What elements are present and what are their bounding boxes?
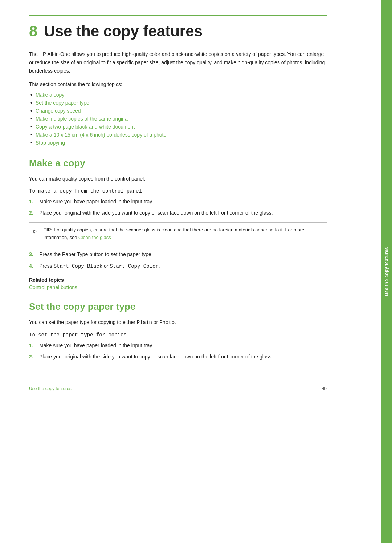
topics-list: Make a copy Set the copy paper type Chan… (29, 91, 327, 147)
section1-intro: You can make quality copies from the con… (29, 175, 327, 183)
list-item: Change copy speed (29, 107, 327, 115)
section-make-a-copy: Make a copy You can make quality copies … (29, 158, 327, 290)
section1-procedure-heading: To make a copy from the control panel (29, 188, 327, 194)
step-item: 1. Make sure you have paper loaded in th… (29, 341, 327, 350)
tip-icon: ☼ (32, 226, 37, 236)
section-set-copy-paper-type: Set the copy paper type You can set the … (29, 301, 327, 361)
related-topics-heading: Related topics (29, 277, 327, 283)
step4-text: Press Start Copy Black or Start Copy Col… (39, 262, 160, 271)
section2-intro: You can set the paper type for copying t… (29, 318, 327, 327)
list-item: Copy a two-page black-and-white document (29, 123, 327, 131)
list-item: Make multiple copies of the same origina… (29, 115, 327, 123)
section2-steps-list: 1. Make sure you have paper loaded in th… (29, 341, 327, 361)
make-multiple-copies-link[interactable]: Make multiple copies of the same origina… (36, 116, 129, 122)
page-container: 8Use the copy features The HP All-in-One… (0, 0, 392, 543)
list-item: Stop copying (29, 139, 327, 147)
page-footer: Use the copy features 49 (29, 383, 327, 391)
footer-page-number: 49 (322, 386, 327, 391)
make-a-copy-link[interactable]: Make a copy (36, 92, 64, 98)
list-item: Make a 10 x 15 cm (4 x 6 inch) borderles… (29, 131, 327, 139)
copy-two-page-link[interactable]: Copy a two-page black-and-white document (36, 124, 135, 130)
step3-text: Press the Paper Type button to set the p… (39, 250, 153, 259)
main-content: 8Use the copy features The HP All-in-One… (0, 0, 356, 543)
section1-steps-list: 1. Make sure you have paper loaded in th… (29, 198, 327, 217)
chapter-title: 8Use the copy features (29, 15, 327, 40)
intro-paragraph: The HP All-in-One allows you to produce … (29, 50, 327, 75)
right-tab-label: Use the copy features (384, 247, 389, 296)
step-item: 4. Press Start Copy Black or Start Copy … (29, 262, 327, 271)
section1-title: Make a copy (29, 158, 327, 169)
tip-box: ☼ TIP: For quality copies, ensure that t… (29, 222, 327, 246)
section1-steps-continued: 3. Press the Paper Type button to set th… (29, 250, 327, 270)
borderless-copy-link[interactable]: Make a 10 x 15 cm (4 x 6 inch) borderles… (36, 132, 166, 138)
stop-copying-link[interactable]: Stop copying (36, 140, 65, 146)
tip-text-after: . (112, 235, 114, 240)
list-item: Make a copy (29, 91, 327, 99)
clean-glass-link[interactable]: Clean the glass (78, 235, 111, 240)
step-item: 3. Press the Paper Type button to set th… (29, 250, 327, 259)
change-copy-speed-link[interactable]: Change copy speed (36, 108, 81, 114)
tip-label: TIP: (44, 227, 53, 232)
right-tab: Use the copy features (381, 0, 392, 543)
topics-intro: This section contains the following topi… (29, 81, 327, 87)
section2-procedure-heading: To set the paper type for copies (29, 332, 327, 338)
section2-title: Set the copy paper type (29, 301, 327, 312)
step-item: 2. Place your original with the side you… (29, 209, 327, 217)
step-item: 2. Place your original with the side you… (29, 353, 327, 361)
step-item: 1. Make sure you have paper loaded in th… (29, 198, 327, 206)
set-copy-paper-type-link[interactable]: Set the copy paper type (36, 100, 89, 106)
list-item: Set the copy paper type (29, 99, 327, 107)
footer-left: Use the copy features (29, 386, 72, 391)
control-panel-buttons-link[interactable]: Control panel buttons (29, 284, 77, 290)
chapter-number: 8 (29, 23, 37, 40)
